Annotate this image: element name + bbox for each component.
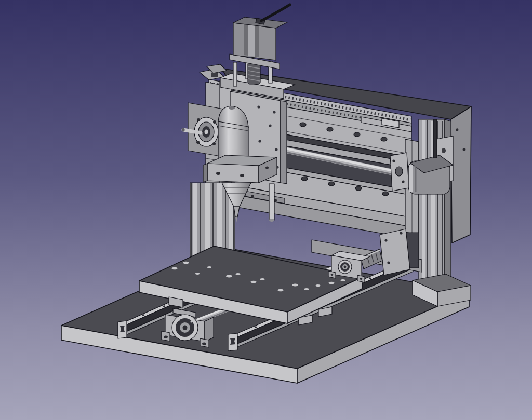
x-end-bearing-shape (395, 167, 403, 176)
rear-bearing-block-shape (344, 266, 347, 268)
motor-cable[interactable] (261, 5, 290, 21)
y-drive-shape (387, 261, 390, 264)
table-holes-shape (207, 266, 211, 268)
x-end-bearing[interactable] (390, 153, 409, 191)
table-holes-shape (236, 273, 241, 275)
front-bearing-block-shape (189, 334, 191, 336)
z-axis-top[interactable] (220, 5, 295, 99)
table-holes-shape (278, 289, 284, 292)
clamp-front (207, 164, 259, 183)
table-holes-shape (292, 283, 298, 286)
front-bearing-block-shape (190, 321, 192, 322)
standoff-post (233, 62, 237, 86)
flange-bearing-shape (197, 118, 200, 121)
table-holes-shape (226, 275, 232, 277)
y-rail-left-shape (163, 305, 165, 307)
z-plate-holes-shape (258, 140, 261, 142)
rear-bearing-block-shape (331, 274, 334, 276)
bolt-holes-row-lower-shape (328, 182, 335, 186)
spindle-cap-nub (229, 106, 235, 110)
flange-bearing-shape (205, 130, 208, 134)
flange-bearing-shape (212, 142, 216, 145)
table-holes-shape (329, 282, 335, 284)
y-rail-left-shape (142, 314, 144, 316)
y-drive-shape (400, 232, 402, 234)
z-plate-side (281, 101, 287, 184)
flange-bearing-shape (213, 120, 216, 124)
right-column-shape (422, 120, 425, 283)
front-bearing-block-shape (178, 319, 179, 321)
guide-rod-end (269, 219, 274, 222)
bolt-holes-row-lower-shape (355, 186, 362, 191)
x-end-bearing-shape (392, 159, 395, 162)
clamp-edge (203, 164, 207, 182)
front-bearing-block-shape (164, 336, 168, 338)
z-plate-holes-shape (257, 105, 260, 108)
x-end-bearing-shape (402, 180, 404, 183)
z-stepper-motor-shape (248, 24, 255, 57)
motor-shaft-rod (433, 119, 437, 158)
spindle-clamp-shape (265, 167, 269, 169)
bolt-holes-row-lower-shape (301, 177, 308, 181)
clamp-slot (211, 73, 218, 77)
back-panel-right-face (451, 106, 471, 243)
z-stepper-motor-shape (255, 25, 259, 57)
left-column-shape (193, 183, 197, 258)
tool-tip (235, 217, 237, 223)
table-holes-shape (304, 288, 309, 290)
left-column-shape (205, 183, 210, 258)
front-bearing-block-shape (177, 333, 178, 335)
table-holes-shape (341, 279, 345, 281)
y-rail-right-shape (369, 277, 371, 279)
bolt-holes-row-upper-shape (300, 123, 306, 127)
rear-bearing-block-shape (360, 278, 363, 280)
bearing-bore (183, 326, 188, 330)
y-drive-shape (384, 239, 387, 241)
flange-bearing-shape (196, 141, 200, 144)
flange-bearing-shape (182, 128, 184, 132)
gantry-beam-shape (251, 195, 254, 198)
bolt-holes-row-lower-shape (382, 192, 389, 196)
table-holes-shape (183, 262, 189, 264)
z-stepper-motor[interactable] (230, 17, 287, 69)
z-stepper-motor-shape (244, 24, 248, 56)
table-holes-shape (172, 267, 178, 270)
bolt-holes-row-upper-shape (327, 127, 333, 131)
table-holes-shape (316, 284, 321, 287)
spindle-clamp-shape (240, 174, 244, 177)
x-stepper-motor-shape (442, 148, 446, 153)
spindle-clamp-shape (216, 172, 220, 175)
bolt-holes-row-upper-shape (381, 137, 387, 141)
flange-bearing[interactable] (182, 103, 223, 157)
bolt-holes-row-upper-shape (354, 132, 360, 137)
panel-screw-hole (456, 128, 459, 131)
table-holes-shape (251, 281, 257, 283)
table-holes-shape (260, 278, 265, 280)
block-side (205, 317, 214, 342)
motor-flange-ridge (409, 165, 413, 192)
cad-3d-viewport[interactable] (0, 0, 532, 420)
y-rail-right-shape (255, 326, 257, 328)
z-plate-holes-shape (275, 148, 277, 151)
z-plate-holes-shape (273, 111, 275, 113)
front-bearing-block-shape (202, 343, 206, 345)
y-motor-bracket (380, 229, 410, 275)
z-plate-holes-shape (269, 124, 271, 127)
table-holes-shape (195, 273, 200, 275)
panel-screw-hole (463, 148, 466, 151)
left-column-shape (217, 183, 222, 258)
model-canvas[interactable] (0, 0, 532, 420)
z-guide-rod (269, 184, 274, 220)
